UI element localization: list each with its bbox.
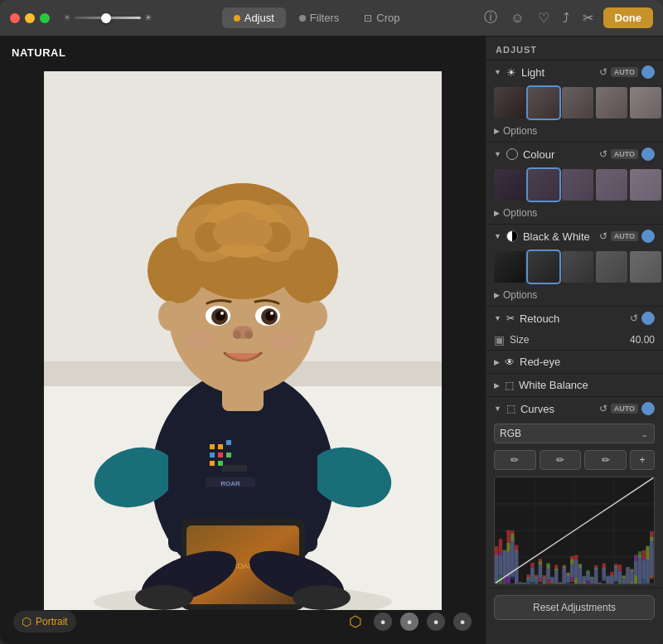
bottom-tool-icon-1[interactable]: ⬡ [346,609,365,634]
section-colour: ▼ Colour ↺ AUTO [486,143,663,225]
colour-thumb-2[interactable] [528,169,559,201]
colour-auto-badge[interactable]: AUTO [611,149,638,159]
section-wb-header[interactable]: ▶ ⬚ White Balance [486,374,663,396]
colour-thumbnails [486,166,663,206]
section-redeye-arrow: ▶ [494,358,500,366]
light-thumb-2[interactable] [528,87,559,119]
svg-point-52 [244,331,253,339]
retouch-brush-icon: ▣ [494,333,505,346]
light-undo-icon[interactable]: ↺ [599,66,607,78]
retouch-undo-icon[interactable]: ↺ [630,312,638,324]
tab-adjust-label: Adjust [244,12,274,24]
light-toggle[interactable] [641,65,655,79]
retouch-size-label: Size [510,334,625,346]
bw-thumb-3[interactable] [562,251,593,283]
minimize-button[interactable] [25,13,35,23]
light-thumb-1[interactable] [494,87,525,119]
colour-thumb-1[interactable] [494,169,525,201]
curves-channel-row: RGB Red Green Blue [486,420,663,447]
svg-point-39 [288,249,313,274]
title-bar: ☀ ☀ Adjust Filters ⊡ Crop ⓘ ☺ ♡ ⤴ [0,0,663,36]
tab-crop[interactable]: ⊡ Crop [352,7,411,28]
section-colour-controls: ↺ AUTO [599,148,655,161]
adjust-dot [234,15,240,22]
curves-auto-badge[interactable]: AUTO [611,404,638,414]
bw-thumb-1[interactable] [494,251,525,283]
portrait-label: Portrait [36,616,68,627]
curves-graph[interactable] [494,477,655,584]
portrait-icon: ⬡ [22,615,31,628]
curves-tool-gray[interactable]: ✏ [540,450,582,470]
section-bw-header[interactable]: ▼ Black & White ↺ AUTO [486,225,663,248]
colour-options[interactable]: ▶ Options [486,206,663,224]
curves-tool-add[interactable]: + [630,450,655,470]
colour-toggle[interactable] [641,148,655,161]
curves-tool-black[interactable]: ✏ [494,450,536,470]
retouch-toggle[interactable] [641,312,655,325]
maximize-button[interactable] [40,13,50,23]
main-content: NATURAL [0,36,663,644]
colour-thumb-4[interactable] [596,169,627,201]
section-bw-title: Black & White [523,230,596,243]
bottom-dot-1[interactable]: ● [374,613,392,631]
title-bar-right: ⓘ ☺ ♡ ⤴ ✂ Done [481,6,653,30]
heart-button[interactable]: ♡ [535,7,553,29]
bw-undo-icon[interactable]: ↺ [599,230,607,242]
curves-tool-white[interactable]: ✏ [584,450,627,470]
colour-undo-icon[interactable]: ↺ [599,148,607,160]
bw-options[interactable]: ▶ Options [486,288,663,306]
reset-adjustments-button[interactable]: Reset Adjustments [494,595,655,620]
svg-point-38 [172,249,197,274]
curves-undo-icon[interactable]: ↺ [599,403,607,414]
redeye-icon: 👁 [505,356,515,368]
bw-thumb-5[interactable] [630,251,661,283]
light-thumb-3[interactable] [562,87,593,119]
share-button[interactable]: ⤴ [559,7,573,29]
light-options[interactable]: ▶ Options [486,123,663,142]
light-auto-badge[interactable]: AUTO [611,67,638,77]
section-redeye: ▶ 👁 Red-eye [486,351,663,374]
section-curves-arrow: ▼ [494,404,501,413]
section-colour-header[interactable]: ▼ Colour ↺ AUTO [486,143,663,166]
curves-channel-select[interactable]: RGB Red Green Blue [494,424,655,443]
section-curves-header[interactable]: ▼ ⬚ Curves ↺ AUTO [486,397,663,420]
tab-adjust[interactable]: Adjust [222,7,286,28]
section-redeye-header[interactable]: ▶ 👁 Red-eye [486,351,663,373]
svg-point-54 [304,301,327,331]
section-redeye-title: Red-eye [520,356,655,368]
bottom-dot-2[interactable]: ● [400,613,419,631]
retouch-size-value: 40.00 [630,334,655,346]
bw-toggle[interactable] [641,230,655,243]
curves-toggle[interactable] [641,402,655,415]
tools-button[interactable]: ✂ [579,7,597,29]
section-light-header[interactable]: ▼ ☀ Light ↺ AUTO [486,61,663,84]
light-thumb-5[interactable] [630,87,661,119]
colour-thumb-5[interactable] [630,169,661,201]
light-thumb-4[interactable] [596,87,627,119]
info-button[interactable]: ⓘ [481,6,501,30]
section-curves-title: Curves [520,403,596,415]
bw-thumb-2[interactable] [528,251,559,283]
colour-options-arrow: ▶ [494,209,500,217]
svg-point-26 [293,585,351,610]
panel-scroll[interactable]: ▼ ☀ Light ↺ AUTO [486,61,663,644]
bottom-dot-3[interactable]: ● [427,613,445,631]
colour-thumb-3[interactable] [562,169,593,201]
section-colour-title: Colour [523,148,596,161]
bottom-toolbar: ⬡ Portrait ⬡ ● ● ● ● [0,609,485,634]
bw-auto-badge[interactable]: AUTO [611,231,638,241]
section-retouch-header[interactable]: ▼ ✂ Retouch ↺ [486,307,663,330]
bw-thumbnails [486,248,663,288]
portrait-button[interactable]: ⬡ Portrait [13,611,76,632]
title-bar-tabs: Adjust Filters ⊡ Crop [159,7,474,28]
bottom-dot-4[interactable]: ● [453,613,472,631]
brightness-slider[interactable]: ☀ ☀ [63,12,152,23]
close-button[interactable] [10,13,20,23]
curves-select-wrapper: RGB Red Green Blue [494,424,655,443]
bw-icon [506,230,518,242]
photo-label: NATURAL [12,46,65,59]
tab-filters[interactable]: Filters [288,7,351,28]
bw-thumb-4[interactable] [596,251,627,283]
emoji-button[interactable]: ☺ [507,7,527,29]
done-button[interactable]: Done [603,7,654,28]
